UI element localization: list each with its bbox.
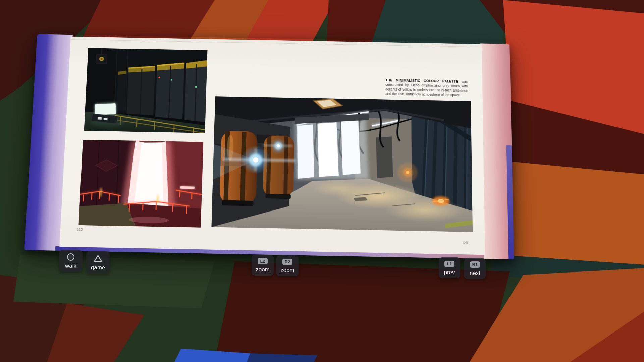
hint-zoom-in[interactable]: R2 zoom	[276, 255, 299, 276]
page-spread: THE MINIMALISTIC COLOUR PALETTE was cons…	[59, 37, 485, 255]
hint-walk[interactable]: walk	[59, 250, 83, 272]
page-caption: THE MINIMALISTIC COLOUR PALETTE was cons…	[385, 78, 468, 97]
artbook: THE MINIMALISTIC COLOUR PALETTE was cons…	[24, 34, 514, 259]
photo-red-hall	[78, 140, 203, 228]
hint-prev-label: prev	[444, 269, 455, 275]
hint-game[interactable]: game	[86, 251, 110, 274]
hint-prev[interactable]: L1 prev	[439, 257, 460, 278]
l1-button-icon: L1	[444, 261, 454, 267]
l2-button-icon: L2	[258, 258, 267, 264]
circle-button-icon	[67, 253, 74, 261]
photo-corridor	[211, 96, 473, 232]
hint-next[interactable]: R1 next	[464, 258, 486, 279]
hint-zoom-out[interactable]: L2 zoom	[252, 255, 274, 276]
r2-button-icon: R2	[282, 259, 293, 265]
hint-zoom-out-label: zoom	[256, 267, 270, 273]
r1-button-icon: R1	[470, 261, 480, 268]
hint-next-label: next	[470, 270, 480, 276]
photo-storage-room	[84, 48, 208, 133]
hint-zoom-in-label: zoom	[280, 267, 294, 273]
hint-game-label: game	[91, 265, 105, 270]
book-right-edge	[480, 43, 514, 259]
page-number-right: 123	[462, 241, 468, 245]
hint-walk-label: walk	[65, 263, 76, 269]
page-number-left: 122	[77, 228, 83, 232]
triangle-button-icon	[94, 255, 102, 262]
